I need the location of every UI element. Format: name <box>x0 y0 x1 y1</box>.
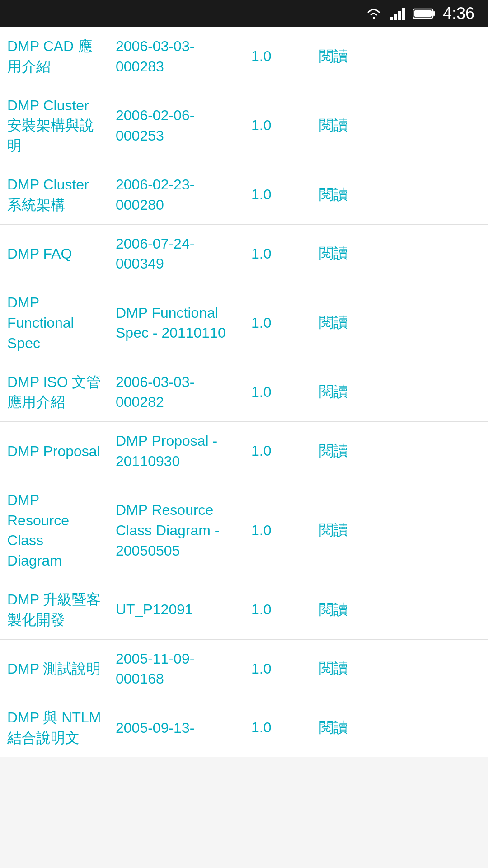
doc-version: 1.0 <box>244 27 312 86</box>
doc-version: 1.0 <box>244 481 312 580</box>
doc-version: 1.0 <box>244 225 312 283</box>
doc-id: 2006-03-03-000282 <box>108 363 244 422</box>
table-row[interactable]: DMP ProposalDMP Proposal - 201109301.0閱讀 <box>0 422 488 481</box>
read-action[interactable]: 閱讀 <box>312 363 488 422</box>
read-action[interactable]: 閱讀 <box>312 422 488 481</box>
doc-id: 2005-09-13- <box>108 698 244 757</box>
table-row[interactable]: DMP ISO 文管應用介紹2006-03-03-0002821.0閱讀 <box>0 363 488 422</box>
doc-id: 2006-03-03-000283 <box>108 27 244 86</box>
doc-id: 2006-07-24-000349 <box>108 225 244 283</box>
doc-version: 1.0 <box>244 363 312 422</box>
status-icons: 4:36 <box>365 4 474 23</box>
svg-rect-1 <box>390 17 393 20</box>
doc-id: 2005-11-09-000168 <box>108 640 244 698</box>
table-row[interactable]: DMP CAD 應用介紹2006-03-03-0002831.0閱讀 <box>0 27 488 86</box>
doc-id: 2006-02-06-000253 <box>108 86 244 165</box>
svg-rect-6 <box>433 11 435 16</box>
doc-id: DMP Functional Spec - 20110110 <box>108 283 244 362</box>
doc-name: DMP CAD 應用介紹 <box>0 27 108 86</box>
doc-name: DMP Cluster 系統架構 <box>0 165 108 224</box>
svg-rect-2 <box>394 14 397 20</box>
doc-name: DMP ISO 文管應用介紹 <box>0 363 108 422</box>
table-row[interactable]: DMP 升級暨客製化開發UT_P120911.0閱讀 <box>0 580 488 640</box>
read-action[interactable]: 閱讀 <box>312 283 488 362</box>
table-row[interactable]: DMP 與 NTLM 結合說明文2005-09-13-1.0閱讀 <box>0 698 488 757</box>
read-action[interactable]: 閱讀 <box>312 640 488 698</box>
read-action[interactable]: 閱讀 <box>312 86 488 165</box>
doc-name: DMP Cluster 安裝架構與說明 <box>0 86 108 165</box>
doc-version: 1.0 <box>244 283 312 362</box>
doc-name: DMP FAQ <box>0 225 108 283</box>
table-row[interactable]: DMP Resource Class DiagramDMP Resource C… <box>0 481 488 580</box>
doc-id: 2006-02-23-000280 <box>108 165 244 224</box>
doc-name: DMP 與 NTLM 結合說明文 <box>0 698 108 757</box>
read-action[interactable]: 閱讀 <box>312 165 488 224</box>
table-row[interactable]: DMP Functional SpecDMP Functional Spec -… <box>0 283 488 363</box>
read-action[interactable]: 閱讀 <box>312 225 488 283</box>
svg-point-0 <box>373 17 375 19</box>
doc-version: 1.0 <box>244 580 312 639</box>
doc-version: 1.0 <box>244 86 312 165</box>
battery-icon <box>413 7 436 20</box>
doc-name: DMP Proposal <box>0 422 108 481</box>
doc-version: 1.0 <box>244 165 312 224</box>
svg-rect-3 <box>398 11 401 20</box>
doc-name: DMP 測試說明 <box>0 640 108 698</box>
read-action[interactable]: 閱讀 <box>312 580 488 639</box>
svg-rect-7 <box>414 10 432 17</box>
svg-rect-4 <box>402 8 405 20</box>
doc-name: DMP 升級暨客製化開發 <box>0 580 108 639</box>
wifi-icon <box>365 7 383 20</box>
doc-id: UT_P12091 <box>108 580 244 639</box>
doc-version: 1.0 <box>244 698 312 757</box>
read-action[interactable]: 閱讀 <box>312 27 488 86</box>
doc-version: 1.0 <box>244 640 312 698</box>
signal-icon <box>390 7 406 20</box>
table-row[interactable]: DMP 測試說明2005-11-09-0001681.0閱讀 <box>0 640 488 699</box>
status-time: 4:36 <box>443 4 474 23</box>
document-list: DMP CAD 應用介紹2006-03-03-0002831.0閱讀DMP Cl… <box>0 27 488 757</box>
doc-name: DMP Functional Spec <box>0 283 108 362</box>
read-action[interactable]: 閱讀 <box>312 481 488 580</box>
doc-id: DMP Resource Class Diagram - 20050505 <box>108 481 244 580</box>
read-action[interactable]: 閱讀 <box>312 698 488 757</box>
status-bar: 4:36 <box>0 0 488 27</box>
doc-name: DMP Resource Class Diagram <box>0 481 108 580</box>
doc-id: DMP Proposal - 20110930 <box>108 422 244 481</box>
table-row[interactable]: DMP Cluster 系統架構2006-02-23-0002801.0閱讀 <box>0 165 488 225</box>
table-row[interactable]: DMP Cluster 安裝架構與說明2006-02-06-0002531.0閱… <box>0 86 488 165</box>
table-row[interactable]: DMP FAQ2006-07-24-0003491.0閱讀 <box>0 225 488 284</box>
doc-version: 1.0 <box>244 422 312 481</box>
